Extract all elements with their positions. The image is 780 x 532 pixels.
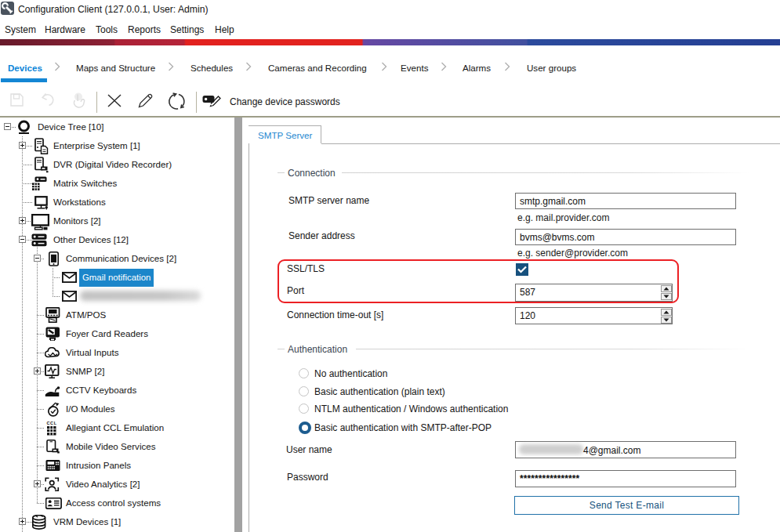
svg-text:CCL: CCL [47,421,57,425]
